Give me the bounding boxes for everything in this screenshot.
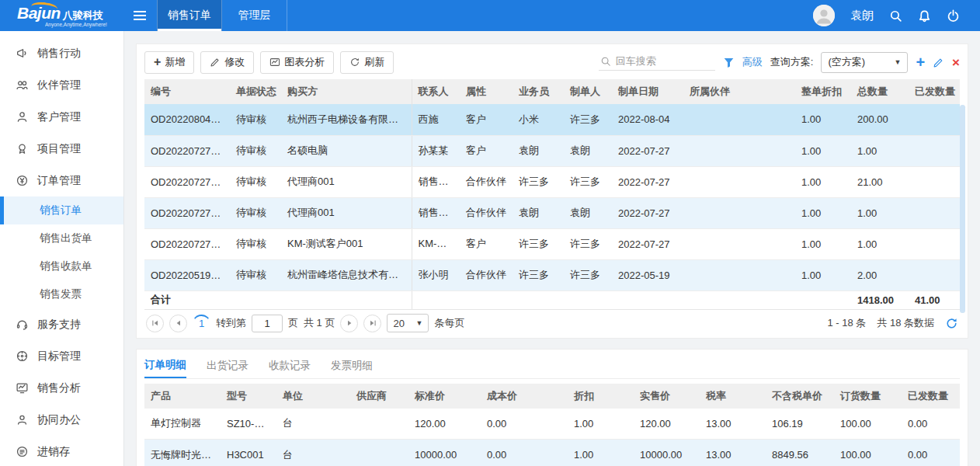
detail-row[interactable]: 无悔牌时光机器H3C001 台 10000.000.00 1.0010000.0… [144, 440, 960, 466]
col-shipped-qty: 已发数量 [909, 79, 960, 104]
col-sale-price: 实售价 [634, 384, 700, 409]
order-row[interactable]: OD20220804001待审核 杭州西子电梯设备有限公司 西施客户 小米许三多… [144, 104, 960, 135]
orders-header-row: 编号 单据状态 购买方 联系人 属性 业务员 制单人 制单日期 所属伙伴 整单折… [144, 79, 960, 104]
menu-toggle-icon[interactable] [123, 0, 157, 31]
order-row[interactable]: OD20220519001待审核 杭州雷峰塔信息技术有限公司 张小明合作伙伴 许… [144, 259, 960, 290]
query-plan-select[interactable]: (空方案) ▼ [821, 52, 908, 73]
person-badge-icon [16, 110, 29, 123]
buyer-link[interactable]: 杭州西子电梯设备有限公司 [281, 104, 412, 135]
sidebar-item-service[interactable]: 服务支持 [0, 308, 123, 340]
refresh-button-label: 刷新 [364, 55, 384, 69]
sidebar-item-label: 服务支持 [37, 318, 81, 332]
megaphone-icon [16, 47, 29, 60]
detail-row[interactable]: 单灯控制器SZ10-R1A 台 120.000.00 1.00120.00 13… [144, 409, 960, 440]
sidebar-item-customers[interactable]: 客户管理 [0, 101, 123, 133]
page-size-select[interactable]: 20 ▼ [387, 314, 429, 332]
sidebar-item-projects[interactable]: 项目管理 [0, 133, 123, 165]
sidebar-item-label: 销售分析 [37, 381, 81, 395]
sidebar-subitem-invoice[interactable]: 销售发票 [0, 280, 123, 308]
chart-button-label: 图表分析 [284, 55, 325, 69]
first-page-button[interactable] [146, 315, 164, 332]
scrollbar-thumb[interactable] [960, 105, 965, 313]
tab-invoice-details[interactable]: 发票明细 [331, 353, 373, 378]
buyer-link[interactable]: 代理商001 [281, 166, 412, 197]
chevron-down-icon: ▼ [894, 58, 901, 66]
sidebar-item-partners[interactable]: 伙伴管理 [0, 69, 123, 101]
page-number-input[interactable] [252, 315, 283, 332]
order-row[interactable]: OD20220727002待审核 代理商001 销售001合作伙伴 许三多许三多… [144, 166, 960, 197]
order-row[interactable]: OD20220727004待审核 KM-测试客户001 KM-测...客户 许三… [144, 228, 960, 259]
buyer-link[interactable]: 代理商001 [281, 197, 412, 228]
sidebar-subitem-label: 销售收款单 [40, 259, 92, 273]
col-std-price: 标准价 [408, 384, 481, 409]
vertical-scrollbar[interactable] [960, 105, 965, 313]
sidebar-item-sales-action[interactable]: 销售行动 [0, 37, 123, 69]
orders-panel: + 新增 修改 图表分析 刷新 [136, 43, 968, 339]
tab-payment-records[interactable]: 收款记录 [269, 353, 311, 378]
order-row[interactable]: OD20220727001待审核 名硕电脑 孙某某客户 袁朗袁朗 2022-07… [144, 135, 960, 166]
advanced-search-link[interactable]: 高级 [742, 55, 763, 69]
bell-icon[interactable] [918, 9, 931, 23]
col-contact: 联系人 [412, 79, 460, 104]
refresh-list-icon[interactable] [945, 317, 958, 330]
sidebar-subitem-sales-order[interactable]: 销售订单 [0, 196, 123, 224]
medal-icon [16, 142, 29, 155]
detail-tab-bar: 订单明细 出货记录 收款记录 发票明细 [144, 354, 960, 379]
prev-page-button[interactable] [169, 315, 187, 332]
page-size-value: 20 [393, 318, 404, 329]
col-supplier: 供应商 [350, 384, 408, 409]
chart-analysis-button[interactable]: 图表分析 [260, 51, 334, 74]
order-row[interactable]: OD20220727003待审核 代理商001 销售001合作伙伴 袁朗袁朗 2… [144, 197, 960, 228]
buyer-link[interactable]: 杭州雷峰塔信息技术有限公司 [281, 259, 412, 290]
edit-plan-icon[interactable] [933, 57, 944, 68]
brand-name-cn: 八骏科技 [63, 10, 103, 20]
sidebar-item-collaboration[interactable]: 协同办公 [0, 404, 123, 436]
add-plan-icon[interactable]: + [916, 54, 925, 70]
current-page-indicator[interactable]: 1 [193, 315, 210, 332]
sidebar-subitem-receipt[interactable]: 销售收款单 [0, 252, 123, 280]
sidebar-item-targets[interactable]: 目标管理 [0, 340, 123, 372]
delete-plan-icon[interactable]: × [952, 56, 960, 69]
search-icon[interactable] [889, 9, 902, 23]
user-name[interactable]: 袁朗 [850, 9, 874, 23]
query-plan-value: (空方案) [828, 55, 865, 69]
sidebar-item-label: 销售行动 [37, 47, 81, 61]
col-total-qty: 总数量 [851, 79, 909, 104]
sidebar-subitem-shipment[interactable]: 销售出货单 [0, 224, 123, 252]
sidebar-item-label: 伙伴管理 [37, 78, 81, 92]
inventory-icon [16, 445, 29, 458]
filter-icon[interactable] [723, 57, 735, 68]
sidebar-item-analytics[interactable]: 销售分析 [0, 372, 123, 404]
query-plan-label: 查询方案: [770, 55, 814, 69]
last-page-button[interactable] [363, 315, 381, 332]
record-range: 1 - 18 条 [827, 316, 866, 330]
edit-button[interactable]: 修改 [200, 51, 254, 74]
user-avatar[interactable] [813, 5, 835, 26]
col-unit: 单位 [276, 384, 350, 409]
top-tab-bar: 销售订单 管理层 [157, 0, 287, 31]
col-pretax-price: 不含税单价 [766, 384, 834, 409]
people-icon [16, 78, 29, 92]
tab-shipment-records[interactable]: 出货记录 [207, 353, 248, 378]
sidebar-item-orders[interactable]: 订单管理 [0, 165, 123, 196]
buyer-link[interactable]: 名硕电脑 [281, 135, 412, 166]
col-shipped-qty: 已发数量 [902, 384, 960, 409]
sidebar-subitem-label: 销售订单 [40, 203, 82, 217]
tab-sales-order[interactable]: 销售订单 [157, 0, 222, 31]
pencil-icon [210, 57, 221, 68]
search-input[interactable] [616, 55, 701, 67]
col-order-no: 编号 [144, 79, 230, 104]
refresh-button[interactable]: 刷新 [340, 51, 394, 74]
tab-management[interactable]: 管理层 [222, 0, 287, 31]
chevron-down-icon: ▼ [416, 319, 423, 327]
monitor-chart-icon [16, 381, 29, 395]
next-page-button[interactable] [340, 315, 358, 332]
power-icon[interactable] [947, 9, 960, 23]
brand-tagline: Anyone,Anytime,Anywhere! [17, 22, 123, 27]
add-button[interactable]: + 新增 [144, 51, 194, 74]
sidebar-item-inventory[interactable]: 进销存 [0, 436, 123, 466]
tab-order-details[interactable]: 订单明细 [144, 353, 186, 378]
order-icon [16, 174, 29, 187]
buyer-link[interactable]: KM-测试客户001 [281, 228, 412, 259]
edit-button-label: 修改 [224, 55, 245, 69]
